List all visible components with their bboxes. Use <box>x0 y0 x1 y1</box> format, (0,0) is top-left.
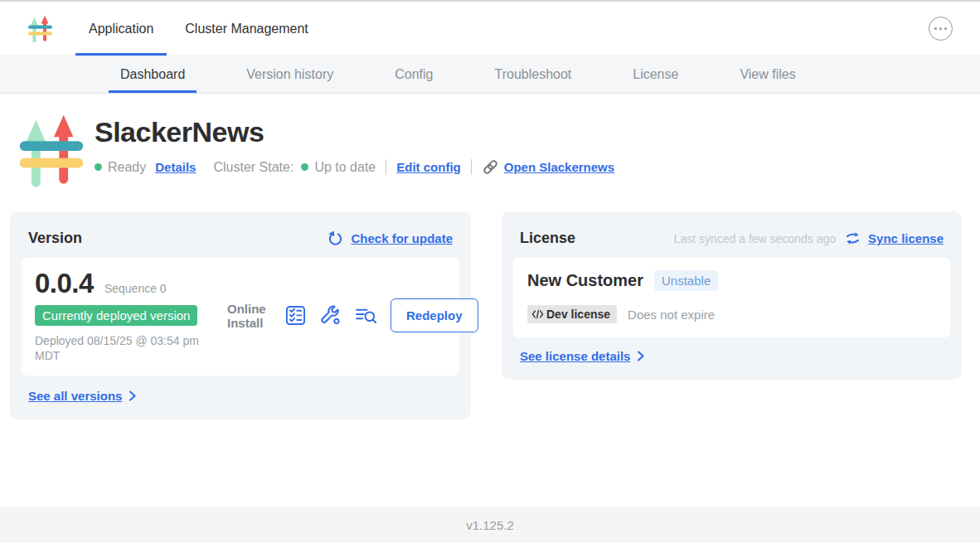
subnav-tab-troubleshoot[interactable]: Troubleshoot <box>483 59 583 93</box>
chain-link-icon <box>482 158 499 176</box>
current-version-panel: 0.0.4 Sequence 0 Currently deployed vers… <box>22 258 459 376</box>
app-status-row: Ready Details Cluster State: Up to date … <box>95 158 614 176</box>
license-card: License Last synced a few seconds ago Sy… <box>502 211 962 380</box>
see-all-versions-link[interactable]: See all versions <box>28 389 137 403</box>
topnav-tab-cluster-management[interactable]: Cluster Management <box>172 4 322 56</box>
sync-arrows-icon <box>845 231 861 245</box>
more-menu-icon[interactable] <box>929 17 953 41</box>
license-type-badge: Dev license <box>527 305 617 323</box>
open-app-link[interactable]: Open Slackernews <box>482 158 614 176</box>
dashboard-cards: Version Check for update 0.0.4 Sequence … <box>10 211 970 419</box>
cluster-state-dot <box>301 163 308 171</box>
subnav-tab-config[interactable]: Config <box>383 59 444 93</box>
app-icon <box>17 109 86 191</box>
subnav-tab-license[interactable]: License <box>621 59 690 93</box>
see-all-versions-label[interactable]: See all versions <box>28 389 122 403</box>
version-card-footer: See all versions <box>22 389 459 408</box>
config-wrench-icon[interactable] <box>319 304 342 327</box>
divider <box>471 159 472 175</box>
subnav-tab-view-files[interactable]: View files <box>728 59 807 93</box>
redeploy-button[interactable]: Redeploy <box>391 298 478 332</box>
code-brackets-icon <box>531 309 544 319</box>
channel-badge: Unstable <box>654 270 718 291</box>
console-footer: v1.125.2 <box>0 507 980 543</box>
license-card-header: License Last synced a few seconds ago Sy… <box>513 223 950 247</box>
chevron-right-icon <box>129 390 137 402</box>
refresh-icon <box>327 230 343 246</box>
sync-license-link[interactable]: Sync license <box>868 231 944 245</box>
license-expiry: Does not expire <box>628 308 715 322</box>
license-type-label: Dev license <box>546 308 610 321</box>
app-title: SlackerNews <box>95 116 614 148</box>
app-logo-icon <box>27 13 53 44</box>
brand-logo <box>27 2 53 56</box>
version-card: Version Check for update 0.0.4 Sequence … <box>10 211 471 419</box>
chevron-right-icon <box>637 350 645 362</box>
app-status-dot <box>95 163 102 171</box>
topnav-tab-application[interactable]: Application <box>75 4 167 56</box>
console-version: v1.125.2 <box>466 518 514 532</box>
license-card-footer: See license details <box>513 349 950 368</box>
view-logs-icon[interactable] <box>354 305 378 326</box>
check-for-update-link[interactable]: Check for update <box>351 231 453 245</box>
app-header: SlackerNews Ready Details Cluster State:… <box>17 108 980 191</box>
open-app-link-label[interactable]: Open Slackernews <box>504 160 614 174</box>
deployed-badge: Currently deployed version <box>35 305 197 326</box>
subnav-tab-dashboard[interactable]: Dashboard <box>109 59 196 93</box>
cluster-state-text: Up to date <box>314 160 376 175</box>
top-navbar: Application Cluster Management <box>0 2 980 56</box>
deployed-timestamp: Deployed 08/15/25 @ 03:54 pm MDT <box>35 333 213 364</box>
see-license-details-link[interactable]: See license details <box>520 349 645 363</box>
cluster-state-label: Cluster State: <box>213 160 294 175</box>
subnav-tab-version-history[interactable]: Version history <box>235 59 345 93</box>
version-sequence: Sequence 0 <box>104 282 167 295</box>
license-card-title: License <box>520 230 575 247</box>
version-number: 0.0.4 <box>35 268 94 299</box>
customer-name: New Customer <box>527 271 643 290</box>
admin-console-page: Application Cluster Management Dashboard… <box>0 0 980 543</box>
see-license-details-label[interactable]: See license details <box>520 349 630 363</box>
license-panel: New Customer Unstable Dev license Does n… <box>513 258 950 337</box>
install-type-label: Online Install <box>227 302 272 331</box>
app-subnav: Dashboard Version history Config Trouble… <box>0 56 980 94</box>
app-status-text: Ready <box>108 160 146 175</box>
divider <box>386 159 386 175</box>
version-card-title: Version <box>28 230 82 247</box>
topnav-spacer <box>322 2 929 56</box>
details-link[interactable]: Details <box>155 160 196 174</box>
edit-config-link[interactable]: Edit config <box>396 160 461 174</box>
last-synced-text: Last synced a few seconds ago <box>674 232 836 245</box>
preflight-checks-icon[interactable] <box>284 304 307 327</box>
version-card-header: Version Check for update <box>22 223 459 247</box>
